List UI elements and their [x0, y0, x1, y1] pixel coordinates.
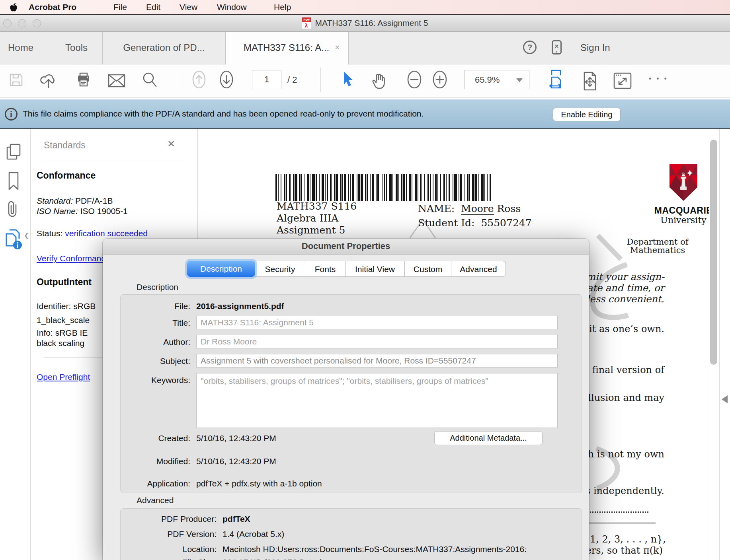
tab-fonts[interactable]: Fonts: [305, 261, 345, 277]
close-panel-icon[interactable]: ✕: [167, 138, 175, 150]
tab-description[interactable]: Description: [187, 261, 255, 277]
info-icon: i: [5, 108, 18, 121]
info-line: Info: sRGB IE: [37, 328, 88, 338]
attachments-icon[interactable]: [6, 200, 20, 219]
subject-input[interactable]: [196, 354, 558, 368]
previous-page-icon[interactable]: [192, 70, 206, 89]
page-thumbnails-icon[interactable]: [6, 143, 21, 161]
location-value: Macintosh HD:Users:ross:Documents:FoS-Co…: [223, 544, 527, 554]
file-size-label: File Size:: [182, 558, 217, 560]
tab-initial-view[interactable]: Initial View: [345, 261, 405, 277]
doc-tab-active[interactable]: MATH337 S116: A... ×: [225, 32, 349, 65]
advanced-panel: PDF Producer: pdfTeX PDF Version: 1.4 (A…: [120, 508, 582, 560]
tab-advanced[interactable]: Advanced: [451, 261, 506, 277]
more-tools-icon[interactable]: • • •: [649, 75, 668, 83]
standards-icon[interactable]: [4, 229, 23, 250]
macquarie-logo: MACQUARIE University: [638, 164, 709, 225]
menu-item-file[interactable]: File: [113, 2, 127, 12]
modified-value: 5/10/16, 12:43:20 PM: [196, 457, 276, 466]
dialog-title: Document Properties: [103, 239, 589, 255]
pdf-version-value: 1.4 (Acrobat 5.x): [223, 529, 284, 539]
zoom-in-icon[interactable]: [432, 70, 447, 89]
title-input[interactable]: [196, 316, 558, 329]
fullscreen-icon[interactable]: [613, 72, 632, 89]
macquarie-shield-icon: [669, 164, 698, 201]
window-title: MATH337 S116: Assignment 5: [315, 18, 428, 28]
search-icon[interactable]: [142, 72, 158, 88]
department-label: Department of Mathematics: [614, 238, 701, 255]
scrollbar-thumb[interactable]: [710, 140, 717, 365]
notice-message: This file claims compliance with the PDF…: [23, 109, 424, 119]
tab-home[interactable]: Home: [8, 42, 33, 53]
pdf-file-icon: PDFλ: [302, 17, 311, 29]
collapse-panel-icon[interactable]: ❮: [24, 231, 29, 239]
menu-item-view[interactable]: View: [180, 2, 197, 12]
sign-in-button[interactable]: Sign In: [580, 42, 610, 53]
menu-item-help[interactable]: Help: [274, 2, 291, 12]
mobile-device-icon[interactable]: ✕: [552, 40, 562, 54]
vertical-scrollbar[interactable]: [709, 129, 720, 560]
apple-icon[interactable]: [10, 3, 18, 12]
application-value: pdfTeX + pdfx.sty with a-1b option: [196, 479, 322, 488]
chevron-down-icon: [516, 78, 523, 82]
status-line: Status: verification succeeded: [37, 229, 148, 238]
help-icon[interactable]: ?: [523, 41, 537, 54]
standards-panel-title: Standards: [44, 140, 86, 151]
close-tab-icon[interactable]: ×: [335, 43, 340, 52]
menu-item-window[interactable]: Window: [217, 2, 247, 12]
additional-metadata-button[interactable]: Additional Metadata...: [434, 431, 543, 445]
fit-page-icon[interactable]: [582, 72, 598, 91]
student-name-line: NAME: Moore Ross: [418, 203, 521, 214]
show-right-panel-icon[interactable]: [722, 395, 728, 403]
document-tab-bar: Home Tools Generation of PD... MATH337 S…: [0, 32, 730, 64]
tab-security[interactable]: Security: [255, 261, 305, 277]
subject-label: Subject:: [160, 356, 190, 366]
menu-item-edit[interactable]: Edit: [146, 2, 160, 12]
pdf-producer-label: PDF Producer:: [161, 514, 217, 524]
main-toolbar: / 2 65.9% • • •: [0, 64, 730, 98]
title-label: Title:: [172, 318, 190, 328]
description-section-label: Description: [137, 282, 178, 292]
select-tool-icon[interactable]: [342, 71, 355, 88]
identifier-line: Identifier: sRGB: [37, 301, 96, 311]
zoom-level-dropdown[interactable]: 65.9%: [465, 70, 529, 89]
doc-tab-generation[interactable]: Generation of PD...: [103, 42, 225, 53]
student-id-line: Student Id: 55507247: [418, 217, 532, 229]
open-preflight-link[interactable]: Open Preflight: [37, 372, 90, 382]
tab-tools[interactable]: Tools: [65, 42, 88, 53]
file-label: File:: [174, 301, 190, 311]
tab-custom[interactable]: Custom: [405, 261, 451, 277]
menu-item-app[interactable]: Acrobat Pro: [29, 2, 76, 12]
window-title-bar: PDFλ MATH337 S116: Assignment 5: [0, 14, 730, 32]
pdfa-notice-bar: i This file claims compliance with the P…: [0, 99, 730, 129]
bookmarks-icon[interactable]: [8, 172, 19, 190]
created-label: Created:: [158, 434, 190, 443]
print-icon[interactable]: [75, 72, 92, 88]
macos-menu-bar: Acrobat Pro File Edit View Window Help: [0, 0, 730, 14]
hand-tool-icon[interactable]: [371, 72, 389, 90]
save-icon[interactable]: [8, 72, 24, 88]
course-info: MATH337 S116 Algebra IIIA Assignment 5: [277, 200, 357, 236]
zoom-out-icon[interactable]: [407, 70, 422, 89]
barcode: [275, 174, 493, 201]
enable-editing-button[interactable]: Enable Editing: [553, 108, 621, 121]
iso-line: ISO Name: ISO 19005-1: [37, 206, 128, 216]
next-page-icon[interactable]: [219, 70, 234, 89]
keywords-label: Keywords:: [151, 375, 190, 385]
output-intent-heading: OutputIntent: [37, 277, 92, 288]
author-input[interactable]: [196, 335, 558, 348]
email-icon[interactable]: [108, 74, 125, 88]
scroll-mode-icon[interactable]: [548, 69, 564, 91]
author-label: Author:: [163, 337, 190, 347]
verify-conformance-link[interactable]: Verify Conformance: [37, 254, 110, 263]
file-size-value: 204.17 KB (209,072 Bytes): [223, 558, 323, 560]
file-value: 2016-assignment5.pdf: [196, 301, 284, 311]
page-number-input[interactable]: [252, 70, 281, 89]
page-total-label: / 2: [287, 75, 297, 85]
share-upload-icon[interactable]: [40, 72, 57, 88]
location-label: Location:: [183, 544, 217, 554]
created-value: 5/10/16, 12:43:20 PM: [196, 434, 276, 443]
conformance-heading: Conformance: [37, 170, 96, 181]
keywords-input[interactable]: "orbits, stabilisers, groups of matrices…: [196, 373, 558, 428]
navigation-rail: ❮: [0, 129, 31, 560]
